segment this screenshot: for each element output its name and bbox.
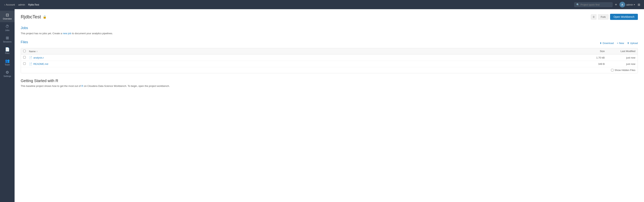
header-checkbox-cell bbox=[23, 50, 29, 53]
project-header: RjdbcTest 🔒 0 Fork Open Workbench bbox=[21, 14, 638, 20]
account-label: Account bbox=[6, 3, 15, 6]
sidebar-item-settings-label: Settings bbox=[4, 75, 11, 77]
getting-started-section: Getting Started with R This baseline pro… bbox=[21, 79, 638, 88]
sidebar-item-files[interactable]: 📄 Files bbox=[0, 45, 14, 57]
download-button[interactable]: ⬇ Download bbox=[600, 42, 614, 45]
file-link[interactable]: analysis.r bbox=[33, 56, 44, 59]
sidebar-item-team-label: Team bbox=[5, 64, 10, 66]
sidebar-item-jobs-label: Jobs bbox=[5, 29, 10, 31]
account-back-link[interactable]: ‹ Account bbox=[2, 3, 17, 6]
files-icon: 📄 bbox=[5, 47, 10, 51]
open-workbench-button[interactable]: Open Workbench bbox=[610, 14, 638, 20]
row-checkbox[interactable] bbox=[23, 56, 26, 59]
grid-menu-icon[interactable]: ⊞ bbox=[636, 3, 642, 6]
getting-started-desc: This baseline project shows how to get t… bbox=[21, 85, 638, 88]
r-link[interactable]: R bbox=[82, 85, 83, 88]
sidebar-item-files-label: Files bbox=[5, 52, 10, 54]
new-file-button[interactable]: + New bbox=[617, 42, 624, 45]
overview-icon: ⊡ bbox=[6, 13, 9, 17]
file-modified: just now bbox=[605, 56, 635, 59]
jobs-section-title: Jobs bbox=[21, 26, 638, 30]
show-hidden-label: Show Hidden Files bbox=[615, 69, 635, 72]
files-section: Files ⬇ Download + New ⬆ Upload bbox=[21, 40, 638, 73]
file-size: 1.70 kB bbox=[582, 56, 605, 59]
search-box: 🔍 bbox=[574, 2, 612, 7]
jobs-icon: ⏱ bbox=[5, 24, 9, 28]
sidebar-item-overview-label: Overview bbox=[3, 18, 12, 20]
download-icon: ⬇ bbox=[600, 42, 602, 45]
sidebar-item-overview[interactable]: ⊡ Overview bbox=[0, 11, 14, 22]
row-checkbox-cell bbox=[23, 62, 29, 65]
table-row: 📄 README.md 349 B just now bbox=[21, 61, 638, 67]
file-doc-icon: 📄 bbox=[29, 62, 32, 65]
file-name-cell: 📄 README.md bbox=[29, 62, 582, 65]
fork-button[interactable]: Fork bbox=[598, 14, 608, 19]
main-content: RjdbcTest 🔒 0 Fork Open Workbench Jobs T… bbox=[14, 9, 644, 202]
new-job-link[interactable]: new job bbox=[63, 32, 71, 35]
top-navigation: ‹ Account admin RjdbcTest 🔍 + A admin ▾ … bbox=[0, 0, 644, 9]
add-button[interactable]: + bbox=[612, 3, 620, 6]
file-name-cell: 📄 analysis.r bbox=[29, 56, 582, 59]
jobs-section: Jobs This project has no jobs yet. Creat… bbox=[21, 26, 638, 35]
project-title-row: RjdbcTest 🔒 bbox=[21, 14, 46, 19]
breadcrumb-project[interactable]: RjdbcTest bbox=[27, 3, 41, 6]
project-title: RjdbcTest bbox=[21, 14, 41, 19]
col-size-header: Size bbox=[582, 50, 605, 53]
show-hidden-checkbox[interactable] bbox=[611, 69, 614, 71]
select-all-checkbox[interactable] bbox=[23, 50, 26, 52]
sessions-icon: ⊞ bbox=[6, 36, 9, 40]
upload-icon: ⬆ bbox=[627, 42, 629, 45]
back-arrow-icon: ‹ bbox=[4, 3, 5, 6]
files-header: Files ⬇ Download + New ⬆ Upload bbox=[21, 40, 638, 46]
main-layout: ⊡ Overview ⏱ Jobs ⊞ Sessions 📄 Files 👥 T… bbox=[0, 9, 644, 202]
files-actions: ⬇ Download + New ⬆ Upload bbox=[600, 42, 638, 45]
files-section-title: Files bbox=[21, 40, 28, 44]
team-icon: 👥 bbox=[5, 59, 10, 63]
new-icon: + bbox=[617, 42, 618, 45]
col-modified-header: Last Modified bbox=[605, 50, 635, 53]
sidebar-item-sessions-label: Sessions bbox=[3, 41, 12, 43]
settings-icon: ⚙ bbox=[6, 70, 9, 74]
header-actions: 0 Fork Open Workbench bbox=[591, 14, 638, 20]
jobs-section-desc: This project has no jobs yet. Create a n… bbox=[21, 32, 638, 35]
row-checkbox[interactable] bbox=[23, 62, 26, 65]
file-size: 349 B bbox=[582, 63, 605, 65]
sidebar-item-team[interactable]: 👥 Team bbox=[0, 57, 14, 68]
sidebar-item-settings[interactable]: ⚙ Settings bbox=[0, 68, 14, 80]
col-name-header[interactable]: Name ↑ bbox=[29, 50, 582, 53]
search-input[interactable] bbox=[580, 3, 610, 6]
lock-icon: 🔒 bbox=[43, 15, 46, 19]
sort-icon: ↑ bbox=[36, 50, 38, 53]
upload-button[interactable]: ⬆ Upload bbox=[627, 42, 638, 45]
search-icon: 🔍 bbox=[576, 3, 579, 6]
sidebar-item-jobs[interactable]: ⏱ Jobs bbox=[0, 22, 14, 34]
files-footer: Show Hidden Files bbox=[21, 67, 638, 73]
sidebar: ⊡ Overview ⏱ Jobs ⊞ Sessions 📄 Files 👥 T… bbox=[0, 9, 14, 202]
file-doc-icon: 📄 bbox=[29, 56, 32, 59]
sidebar-item-sessions[interactable]: ⊞ Sessions bbox=[0, 34, 14, 45]
table-row: 📄 analysis.r 1.70 kB just now bbox=[21, 55, 638, 61]
files-table: Name ↑ Size Last Modified 📄 analysis.r bbox=[21, 48, 638, 73]
fork-count-badge[interactable]: 0 bbox=[591, 14, 596, 19]
file-modified: just now bbox=[605, 63, 635, 65]
file-link[interactable]: README.md bbox=[33, 63, 48, 65]
getting-started-title: Getting Started with R bbox=[21, 79, 638, 83]
row-checkbox-cell bbox=[23, 56, 29, 59]
user-avatar[interactable]: A bbox=[620, 2, 625, 7]
breadcrumb-admin[interactable]: admin bbox=[17, 3, 26, 6]
user-name-dropdown[interactable]: admin ▾ bbox=[625, 3, 636, 6]
files-table-header: Name ↑ Size Last Modified bbox=[21, 48, 638, 55]
